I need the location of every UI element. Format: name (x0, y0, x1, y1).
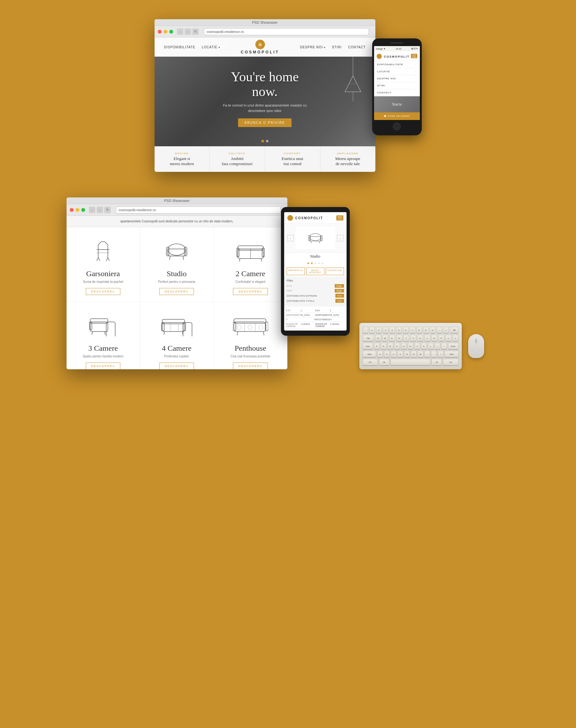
key-2[interactable]: 2 (376, 327, 382, 334)
phone-menu-disponibilitate[interactable]: DISPONIBILITATE (374, 61, 420, 68)
key-d[interactable]: D (387, 343, 393, 350)
key-backspace[interactable]: ⌫ (450, 327, 459, 334)
forward-button-2[interactable]: › (97, 207, 103, 213)
apt-btn-3camere[interactable]: DESCOPERA (86, 362, 121, 369)
filter-disponibilitate1-select[interactable]: Rage (335, 294, 344, 298)
key-y[interactable]: Y (410, 335, 416, 342)
apt-btn-garsoniera[interactable]: DESCOPERA (86, 288, 121, 295)
key-h[interactable]: H (408, 343, 413, 350)
key-x[interactable]: X (384, 351, 390, 358)
reload-button-1[interactable]: ↻ (192, 28, 199, 35)
key-g[interactable]: G (401, 343, 407, 350)
nav-stiri[interactable]: STIRI (332, 46, 342, 49)
key-5[interactable]: 5 (396, 327, 402, 334)
key-z[interactable]: Z (377, 351, 383, 358)
key-quote[interactable]: ' (441, 343, 447, 350)
phone-menu-contact[interactable]: CONTACT (374, 89, 420, 96)
key-0[interactable]: 0 (430, 327, 435, 334)
key-space[interactable] (391, 359, 431, 366)
slider-dot-2[interactable] (266, 140, 268, 142)
key-n[interactable]: N (411, 351, 416, 358)
key-9[interactable]: 9 (423, 327, 429, 334)
key-j[interactable]: J (414, 343, 420, 350)
apt-btn-2camere[interactable]: DESCOPERA (233, 288, 268, 295)
btn-magnolia[interactable]: MAGNOLIA (287, 267, 305, 275)
url-bar-2[interactable]: cosmopolit-residence.ro (116, 206, 281, 213)
url-bar-1[interactable]: cosmopolit-residence.ro (204, 28, 369, 35)
phone-menu-desprenoi[interactable]: DESPRE NOI (374, 75, 420, 82)
nav-contact[interactable]: CONTACT (348, 46, 366, 49)
key-1[interactable]: 1 (369, 327, 375, 334)
key-p[interactable]: P (438, 335, 444, 342)
nav-disponibilitate[interactable]: DISPONIBILITATE (164, 46, 196, 49)
key-ctrl-l[interactable]: Ctrl (363, 359, 378, 366)
key-6[interactable]: 6 (403, 327, 409, 334)
phone-menu-stiri[interactable]: STIRI (374, 82, 420, 89)
key-a[interactable]: A (374, 343, 380, 350)
key-4[interactable]: 4 (390, 327, 395, 334)
reload-button-2[interactable]: ↻ (104, 207, 111, 213)
dot-yellow-1[interactable] (164, 30, 167, 34)
key-r[interactable]: R (396, 335, 402, 342)
key-semicolon[interactable]: ; (435, 343, 440, 350)
phone-hamburger-menu[interactable] (411, 54, 417, 58)
back-button-1[interactable]: ‹ (177, 28, 183, 35)
key-v[interactable]: V (398, 351, 403, 358)
back-button-2[interactable]: ‹ (89, 207, 95, 213)
tablet-hamburger-menu[interactable] (336, 215, 343, 221)
phone-home-button[interactable] (393, 122, 401, 130)
key-shift-l[interactable]: Shift (363, 351, 377, 358)
slider-prev-arrow[interactable]: ‹ (287, 235, 294, 241)
dot-red-2[interactable] (70, 208, 74, 212)
key-caps[interactable]: Caps (363, 343, 373, 350)
key-t[interactable]: T (403, 335, 409, 342)
key-equals[interactable]: = (443, 327, 449, 334)
key-e[interactable]: E (389, 335, 395, 342)
key-comma[interactable]: , (424, 351, 430, 358)
key-b[interactable]: B (404, 351, 410, 358)
dot-red-1[interactable] (158, 30, 162, 34)
key-3[interactable]: 3 (383, 327, 388, 334)
btn-mihai[interactable]: MIHAI ATESTAT (306, 267, 324, 275)
key-enter[interactable]: Enter (448, 343, 459, 350)
btn-cacealua[interactable]: CACEALUA (326, 267, 344, 275)
phone-cta-button[interactable]: ☎ SUNA UN AGENT (374, 112, 420, 120)
key-period[interactable]: . (431, 351, 437, 358)
key-alt-r[interactable]: Alt (431, 359, 442, 366)
key-o[interactable]: O (431, 335, 437, 342)
key-u[interactable]: U (417, 335, 423, 342)
apt-btn-4camere[interactable]: DESCOPERA (160, 362, 194, 369)
filter-disponibilitate2-select[interactable]: Rage (335, 299, 344, 303)
phone-menu-locatie[interactable]: LOCATIE (374, 68, 420, 75)
forward-button-1[interactable]: › (185, 28, 191, 35)
key-l[interactable]: L (428, 343, 434, 350)
nav-desprenoi[interactable]: DESPRE NOI (300, 46, 325, 49)
hero-cta-button[interactable]: ARUNCA O PRIVIRE (238, 118, 291, 127)
key-s[interactable]: S (381, 343, 386, 350)
key-k[interactable]: K (421, 343, 427, 350)
key-alt-l[interactable]: Alt (379, 359, 390, 366)
apt-btn-penthouse[interactable]: DESCOPERA (233, 362, 268, 369)
mouse-scroll-wheel[interactable] (475, 339, 477, 343)
key-m[interactable]: M (417, 351, 423, 358)
key-w[interactable]: W (382, 335, 388, 342)
key-bracket-l[interactable]: [ (445, 335, 452, 342)
key-i[interactable]: I (424, 335, 430, 342)
key-7[interactable]: 7 (410, 327, 415, 334)
mouse[interactable] (468, 334, 484, 358)
key-shift-r[interactable]: Shift (444, 351, 459, 358)
dot-green-2[interactable] (81, 208, 85, 212)
dot-yellow-2[interactable] (76, 208, 79, 212)
dot-green-1[interactable] (169, 30, 173, 34)
key-backtick[interactable]: ` (363, 327, 368, 334)
key-q[interactable]: Q (375, 335, 381, 342)
key-tab[interactable]: Tab (363, 335, 374, 342)
slider-next-arrow[interactable]: › (337, 235, 343, 241)
key-slash[interactable]: / (438, 351, 443, 358)
nav-locatie[interactable]: LOCATIE (202, 46, 220, 49)
key-bracket-r[interactable]: ] (453, 335, 459, 342)
key-ctrl-r[interactable]: Ctrl (443, 359, 458, 366)
slider-dot-1[interactable] (261, 140, 264, 142)
key-minus[interactable]: - (436, 327, 442, 334)
key-8[interactable]: 8 (416, 327, 422, 334)
